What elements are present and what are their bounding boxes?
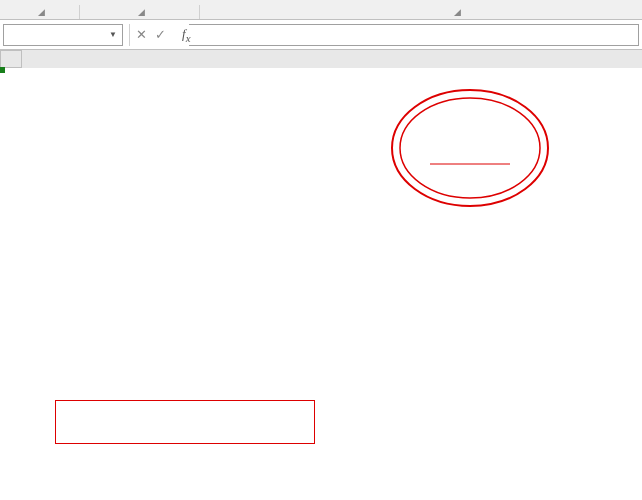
ribbon-group-clipboard: ◢: [0, 5, 80, 19]
formula-input[interactable]: [189, 24, 639, 46]
name-box[interactable]: ▼: [3, 24, 123, 46]
ribbon-group-styles: ◢: [270, 5, 642, 19]
column-headers: [0, 50, 642, 68]
ribbon-group-font: ◢: [80, 5, 200, 19]
company-seal: [370, 68, 640, 408]
chevron-down-icon[interactable]: ▼: [109, 30, 117, 39]
svg-point-0: [392, 90, 548, 206]
formula-buttons: ✕ ✓ fx: [136, 26, 190, 44]
active-cell-indicator: [0, 68, 4, 72]
spreadsheet-grid[interactable]: [0, 50, 642, 500]
ribbon-group-labels: ◢ ◢ ◢: [0, 0, 642, 20]
select-all-corner[interactable]: [0, 50, 22, 68]
svg-point-1: [400, 98, 540, 198]
formula-bar: ▼ ✕ ✓ fx: [0, 20, 642, 50]
confirmation-note: [55, 400, 315, 444]
enter-icon[interactable]: ✓: [155, 27, 166, 42]
cancel-icon[interactable]: ✕: [136, 27, 147, 42]
